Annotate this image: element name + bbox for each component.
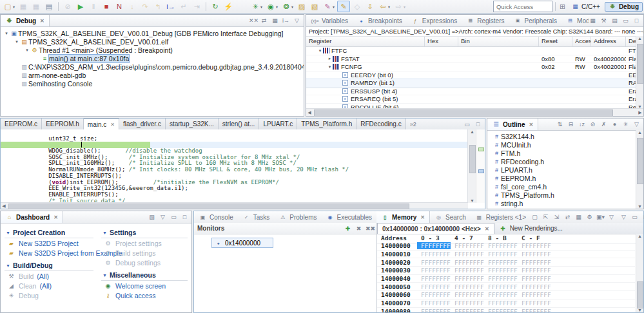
- outline-item[interactable]: # EEPROM.h: [487, 174, 643, 182]
- memory-row[interactable]: 14000050 FFFFFFFFFFFFFFFFFFFFFFFFFFFFFFF…: [377, 283, 635, 291]
- outline-toolbar-icon[interactable]: ✳: [621, 121, 630, 128]
- register-row[interactable]: ▸ FSTAT 0x80 RW 0x40020000 Flash: [306, 55, 643, 64]
- outline-toolbar-icon[interactable]: ⇅: [556, 121, 564, 128]
- rendering-tab[interactable]: ✚ New Renderings...: [494, 223, 567, 234]
- memory-cell[interactable]: FFFFFFFF: [484, 291, 518, 298]
- expander-icon[interactable]: ▾: [317, 48, 323, 53]
- toolbar-button[interactable]: ⇨ ▾: [393, 1, 407, 12]
- memory-cell[interactable]: FFFFFFFF: [417, 308, 451, 312]
- memory-row[interactable]: 14000010 FFFFFFFFFFFFFFFFFFFFFFFFFFFFFFF…: [377, 251, 635, 259]
- view-tab[interactable]: ⚠ Problems: [274, 211, 321, 223]
- memory-cell[interactable]: FFFFFFFF: [484, 267, 518, 274]
- tab-dashboard[interactable]: ⌂ Dashboard ✕: [1, 211, 63, 223]
- toolbar-button[interactable]: ⇥: [191, 1, 202, 12]
- view-tab[interactable]: ✓ Tasks: [238, 211, 275, 223]
- close-icon[interactable]: ✕: [529, 122, 533, 128]
- code-line[interactable]: EEE_Write_int32(123456,&eeerom_data.i1);: [1, 180, 468, 186]
- debug-toolbar-icon[interactable]: ▦: [271, 17, 279, 24]
- debug-toolbar-icon[interactable]: ✕✕: [249, 17, 257, 24]
- memory-toolbar-icon[interactable]: ⇱: [542, 214, 550, 220]
- section-project-creation[interactable]: ▼ Project Creation: [5, 227, 93, 238]
- maximize-icon[interactable]: □: [474, 121, 482, 128]
- editor-tab[interactable]: RFDecoding.c: [356, 119, 405, 129]
- view-tab[interactable]: ● Breakpoints: [353, 15, 407, 26]
- memory-cell[interactable]: FFFFFFFF: [417, 291, 451, 298]
- memory-toolbar-icon[interactable]: ⇄: [563, 214, 572, 220]
- open-perspective-icon[interactable]: ⊞: [558, 3, 567, 11]
- toolbar-button[interactable]: ▤: [43, 1, 55, 12]
- debug-toolbar-icon[interactable]: ⇄: [260, 17, 268, 24]
- open-dashboard-icon[interactable]: ▧: [148, 214, 156, 220]
- toolbar-button[interactable]: ↰: [152, 1, 164, 12]
- memory-row[interactable]: 14000000 FFFFFFFFFFFFFFFFFFFFFFFFFFFFFFF…: [377, 242, 635, 251]
- layout-icon[interactable]: ▤: [610, 17, 619, 24]
- tab-overflow-indicator[interactable]: »2: [410, 121, 416, 128]
- memory-row[interactable]: 14000060 FFFFFFFFFFFFFFFFFFFFFFFFFFFFFFF…: [377, 291, 635, 299]
- memory-cell[interactable]: FFFFFFFF: [518, 267, 551, 274]
- overview-ruler[interactable]: [476, 129, 485, 203]
- toolbar-button[interactable]: ▦: [17, 1, 29, 12]
- collapse-icon[interactable]: ▼: [6, 231, 10, 235]
- dashboard-link[interactable]: ▰ New S32DS Project from Example: [5, 248, 93, 258]
- view-menu-icon[interactable]: ▽: [620, 214, 628, 220]
- outline-toolbar-icon[interactable]: ↓z: [578, 121, 586, 128]
- editor-tab[interactable]: startup_S32K...: [166, 119, 219, 129]
- register-row[interactable]: ▾ FCNFG 0x02 RW 0x40020001 Flash: [306, 63, 643, 71]
- memory-cell[interactable]: FFFFFFFF: [518, 308, 551, 312]
- tab-outline[interactable]: ☰ Outline ✕: [487, 119, 538, 130]
- editor-tab[interactable]: main.c ✕: [84, 119, 119, 129]
- memory-cell[interactable]: FFFFFFFF: [417, 299, 451, 307]
- debug-toolbar-icon[interactable]: i→: [282, 17, 290, 24]
- outline-item[interactable]: # S32K144.h: [487, 132, 643, 140]
- close-icon[interactable]: ✕: [485, 226, 489, 232]
- toolbar-button[interactable]: ▧: [309, 1, 320, 12]
- dropdown-arrow-icon[interactable]: ▾: [13, 5, 15, 9]
- dropdown-arrow-icon[interactable]: ▾: [260, 5, 262, 9]
- toolbar-button[interactable]: ▢ ▾: [2, 1, 16, 12]
- toolbar-button[interactable]: [235, 1, 248, 12]
- collapse-icon[interactable]: ▼: [102, 231, 107, 235]
- toolbar-button[interactable]: ✎ ▾: [322, 1, 336, 12]
- dashboard-link[interactable]: ⚒ Build (All): [5, 271, 93, 281]
- toolbar-button[interactable]: [58, 2, 59, 11]
- view-tab[interactable]: ▦ Registers <1>: [471, 211, 531, 223]
- memory-cell[interactable]: FFFFFFFF: [417, 283, 451, 290]
- code-line[interactable]: WDOG_disable(); //disable the watchdog: [1, 142, 468, 148]
- code-line[interactable]: (void)init_EEPROM(); /*initialize the Fl…: [1, 173, 468, 180]
- minimize-icon[interactable]: ▭: [630, 214, 639, 220]
- code-line[interactable]: ENABLE_INTERRUPTS();: [1, 185, 468, 192]
- code-line[interactable]: uint32_t temp; /* Temporary variable */: [1, 136, 468, 142]
- memory-cell[interactable]: FFFFFFFF: [451, 275, 484, 282]
- remove-monitor-icon[interactable]: ✖: [355, 225, 363, 232]
- expander-icon[interactable]: ▾: [14, 39, 20, 44]
- outline-toolbar-icon[interactable]: ●: [610, 121, 619, 128]
- editor-tab[interactable]: EEPROM.h: [42, 119, 84, 129]
- editor-tab[interactable]: flash_driver.c: [119, 119, 166, 129]
- toolbar-button[interactable]: ↻: [210, 1, 221, 12]
- memory-toolbar-icon[interactable]: ▢: [531, 214, 539, 220]
- code-line[interactable]: NormalRUNmode_80MHz(); /* Init clocks: 8…: [1, 160, 468, 167]
- memory-cell[interactable]: FFFFFFFF: [484, 308, 518, 312]
- toolbar-button[interactable]: i→: [165, 1, 177, 12]
- register-row[interactable]: EEERDY (bit 0) EEERI: [306, 71, 643, 80]
- toolbar-button[interactable]: ⚡: [222, 1, 234, 12]
- outline-item[interactable]: # string.h: [487, 199, 643, 207]
- section-settings[interactable]: ▼ Settings: [101, 227, 188, 238]
- view-tab[interactable]: ▯ Memory ✕: [376, 211, 430, 223]
- memory-cell[interactable]: FFFFFFFF: [518, 242, 551, 249]
- add-rendering-icon[interactable]: ✚: [499, 225, 507, 232]
- memory-vscrollbar[interactable]: ▲▼: [636, 234, 643, 312]
- perspective-button[interactable]: ❉ Debug: [605, 2, 643, 12]
- register-row[interactable]: ERSSUSP (bit 4) Erase: [306, 88, 643, 96]
- debug-tree-row[interactable]: ▥ C:\NXP\S32DS_ARM_v1.3\eclipse\plugins\…: [1, 62, 304, 71]
- view-tab[interactable]: (x)= Variables: [306, 15, 353, 26]
- memory-cell[interactable]: FFFFFFFF: [417, 267, 451, 274]
- outline-toolbar-icon[interactable]: ▽: [632, 121, 641, 128]
- memory-cell[interactable]: FFFFFFFF: [518, 291, 551, 298]
- minimize-icon[interactable]: ▭: [170, 214, 178, 220]
- memory-row[interactable]: 14000020 FFFFFFFFFFFFFFFFFFFFFFFFFFFFFFF…: [377, 258, 635, 267]
- memory-row[interactable]: 14000040 FFFFFFFFFFFFFFFFFFFFFFFFFFFFFFF…: [377, 275, 635, 283]
- code-editor[interactable]: uint32_t size; uint32_t temp; /* Tempora…: [1, 129, 468, 203]
- debug-tree-row[interactable]: ▥ arm-none-eabi-gdb: [1, 71, 304, 79]
- code-line[interactable]: uint32_t size;: [1, 129, 468, 136]
